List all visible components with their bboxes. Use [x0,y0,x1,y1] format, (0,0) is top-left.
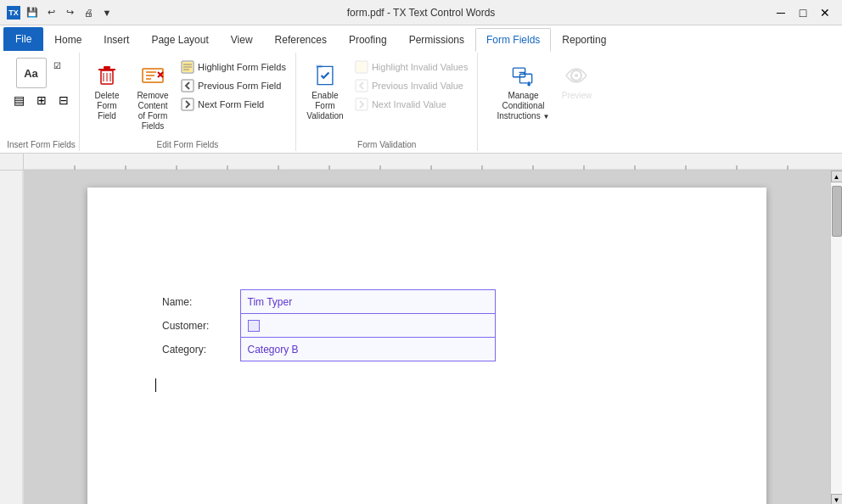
tab-proofing[interactable]: Proofing [338,27,398,51]
prev-icon [181,79,194,92]
right-scrollbar: ▲ ▼ [830,171,842,504]
tab-permissions[interactable]: Permissions [398,27,475,51]
next-invalid-label: Next Invalid Value [372,99,446,109]
previous-form-field-button[interactable]: Previous Form Field [177,76,290,95]
delete-form-field-button[interactable]: DeleteForm Field [85,58,129,126]
table-row: Category: Category B [155,338,495,361]
manage-conditional-button[interactable]: Manage ConditionalInstructions ▼ [493,58,553,126]
remove-content-label: Remove Contentof Form Fields [133,91,172,132]
tab-form-fields[interactable]: Form Fields [475,28,551,52]
preview-label: Preview [562,91,592,101]
ribbon-group-edit: DeleteForm Field Remove Contentof Form [80,53,296,151]
svg-rect-17 [316,65,322,69]
quick-access-toolbar: 💾 ↩ ↪ 🖨 ▼ [24,4,115,21]
tab-file[interactable]: File [3,27,43,51]
insert-row1-btn2[interactable]: ⊞ [31,90,52,110]
svg-rect-27 [24,154,842,171]
save-button[interactable]: 💾 [24,4,41,21]
table-row: Name: Tim Typer [155,290,495,314]
tab-page-layout[interactable]: Page Layout [140,27,219,51]
ruler [0,154,842,171]
category-label: Category: [155,338,240,361]
svg-rect-16 [182,98,194,110]
table-row: Customer: [155,314,495,338]
svg-rect-19 [356,62,367,72]
validation-group-label: Form Validation [296,140,478,149]
enable-form-validation-button[interactable]: Enable FormValidation [301,58,349,126]
enable-form-validation-label: Enable FormValidation [304,91,346,121]
svg-point-24 [528,83,531,87]
window-title: form.pdf - TX Text Control Words [347,7,496,19]
manage-icon [509,62,536,89]
name-label: Name: [155,290,240,314]
tab-reporting[interactable]: Reporting [551,27,617,51]
svg-rect-5 [104,66,110,69]
validate-icon [312,62,339,89]
close-button[interactable]: ✕ [815,3,835,23]
customer-label: Customer: [155,314,240,338]
insert-row1-btn3[interactable]: ⊟ [53,90,74,110]
minimize-button[interactable]: ─ [771,3,791,23]
svg-rect-18 [356,61,368,73]
insert-abc-button[interactable]: Aa [16,58,47,88]
customer-field[interactable] [240,314,495,338]
edit-group-label: Edit Form Fields [80,140,295,149]
next-form-field-button[interactable]: Next Form Field [177,95,290,114]
remove-content-icon [139,62,166,89]
next-invalid-icon [355,98,368,111]
svg-rect-44 [0,171,24,504]
ruler-horizontal [24,154,842,171]
highlight-invalid-icon [355,60,368,74]
form-table: Name: Tim Typer Customer: Category: Cate… [155,289,496,361]
ruler-corner [0,154,24,171]
ribbon-group-validation: Enable FormValidation Highlight Invalid … [296,53,479,151]
highlight-icon [181,60,194,74]
window-controls: ─ □ ✕ [771,3,835,23]
ribbon-group-insert: Aa ☑ ▤ ⊞ ⊟ Insert Form Fields [3,53,80,151]
previous-invalid-label: Previous Invalid Value [372,81,463,91]
maximize-button[interactable]: □ [793,3,813,23]
redo-button[interactable]: ↪ [61,4,78,21]
text-cursor [155,378,156,392]
tab-insert[interactable]: Insert [93,27,140,51]
undo-button[interactable]: ↩ [42,4,59,21]
svg-rect-20 [356,80,368,92]
title-bar-left: TX 💾 ↩ ↪ 🖨 ▼ [7,4,115,21]
scroll-track[interactable] [831,182,843,494]
highlight-form-fields-label: Highlight Form Fields [198,62,286,72]
svg-rect-23 [520,74,532,83]
tab-view[interactable]: View [220,27,264,51]
left-ruler [0,171,24,504]
category-field[interactable]: Category B [240,338,495,361]
scroll-up-button[interactable]: ▲ [831,171,843,182]
preview-icon [563,62,590,89]
scroll-thumb[interactable] [832,186,842,237]
print-button[interactable]: 🖨 [80,4,97,21]
next-invalid-value-button: Next Invalid Value [351,95,473,114]
document-area[interactable]: Name: Tim Typer Customer: Category: Cate… [24,171,830,504]
app-icon: TX [7,6,20,20]
checkbox-field[interactable] [248,320,260,332]
svg-point-26 [575,74,578,77]
next-icon [181,98,194,111]
preview-button: Preview [554,58,598,105]
insert-group-label: Insert Form Fields [3,140,79,149]
insert-checkbox-button[interactable]: ☑ [48,58,67,73]
insert-row1-btn1[interactable]: ▤ [9,90,30,110]
remove-content-button[interactable]: Remove Contentof Form Fields [131,58,175,136]
manage-conditional-label: Manage ConditionalInstructions ▼ [496,91,550,121]
tab-bar: File Home Insert Page Layout View Refere… [0,25,842,51]
previous-form-field-label: Previous Form Field [198,81,281,91]
ribbon-group-manage: Manage ConditionalInstructions ▼ Preview [478,53,614,151]
highlight-invalid-values-button: Highlight Invalid Values [351,58,473,76]
ribbon-content: Aa ☑ ▤ ⊞ ⊟ Insert Form Fields [0,51,842,153]
highlight-invalid-label: Highlight Invalid Values [372,62,469,72]
highlight-form-fields-button[interactable]: Highlight Form Fields [177,58,290,76]
ribbon: File Home Insert Page Layout View Refere… [0,25,842,154]
dropdown-button[interactable]: ▼ [98,4,115,21]
scroll-down-button[interactable]: ▼ [831,494,843,504]
tab-home[interactable]: Home [43,27,93,51]
name-field[interactable]: Tim Typer [240,290,495,314]
tab-references[interactable]: References [264,27,338,51]
prev-invalid-icon [355,79,368,92]
